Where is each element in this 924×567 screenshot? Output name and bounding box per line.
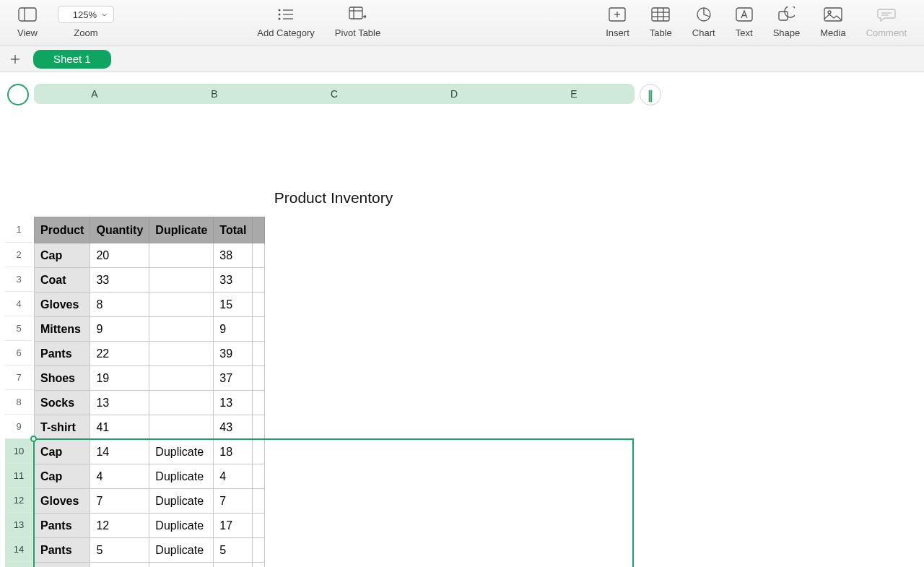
add-sheet-button[interactable]: [7, 51, 23, 67]
cell-quantity[interactable]: 19: [90, 366, 149, 391]
table-row[interactable]: Shoes18Duplicate18: [35, 563, 265, 568]
table-row[interactable]: Pants2239: [35, 342, 265, 366]
row-number[interactable]: 10: [5, 439, 32, 464]
cell-duplicate[interactable]: Duplicate: [149, 440, 214, 464]
table-row[interactable]: Cap4Duplicate4: [35, 464, 265, 489]
row-head-cell[interactable]: T-shirt: [35, 415, 90, 440]
cell-blank[interactable]: [253, 489, 265, 514]
row-head-cell[interactable]: Cap: [35, 464, 90, 489]
cell-blank[interactable]: [253, 391, 265, 415]
row-number[interactable]: 5: [5, 316, 32, 341]
header-cell[interactable]: [253, 217, 265, 243]
chart-button[interactable]: Chart: [682, 0, 725, 46]
add-column-handle[interactable]: ‖: [640, 84, 661, 105]
row-number[interactable]: 3: [5, 267, 32, 292]
cell-blank[interactable]: [253, 243, 265, 268]
row-head-cell[interactable]: Pants: [35, 342, 90, 366]
column-header-A[interactable]: A: [35, 85, 154, 103]
table-row[interactable]: Cap14Duplicate18: [35, 440, 265, 464]
cell-blank[interactable]: [253, 514, 265, 538]
row-number[interactable]: 9: [5, 415, 32, 439]
cell-quantity[interactable]: 13: [90, 391, 149, 415]
cell-quantity[interactable]: 33: [90, 268, 149, 293]
cell-quantity[interactable]: 22: [90, 342, 149, 366]
row-head-cell[interactable]: Cap: [35, 243, 90, 268]
cell-total[interactable]: 9: [214, 317, 253, 342]
header-cell[interactable]: Duplicate: [149, 217, 214, 243]
row-number[interactable]: 15: [5, 562, 32, 567]
header-cell[interactable]: Quantity: [90, 217, 149, 243]
cell-quantity[interactable]: 18: [90, 563, 149, 568]
cell-duplicate[interactable]: Duplicate: [149, 489, 214, 514]
insert-button[interactable]: Insert: [596, 0, 640, 46]
row-number[interactable]: 4: [5, 292, 32, 316]
cell-duplicate[interactable]: Duplicate: [149, 514, 214, 538]
cell-total[interactable]: 4: [214, 464, 253, 489]
row-head-cell[interactable]: Shoes: [35, 366, 90, 391]
shape-button[interactable]: Shape: [763, 0, 811, 46]
cell-blank[interactable]: [253, 538, 265, 563]
cell-quantity[interactable]: 20: [90, 243, 149, 268]
table-row[interactable]: Socks1313: [35, 391, 265, 415]
cell-total[interactable]: 43: [214, 415, 253, 440]
table-row[interactable]: T-shirt4143: [35, 415, 265, 440]
row-number[interactable]: 14: [5, 537, 32, 562]
table-row[interactable]: Mittens99: [35, 317, 265, 342]
cell-blank[interactable]: [253, 268, 265, 293]
table-row[interactable]: Pants12Duplicate17: [35, 514, 265, 538]
table-row[interactable]: Cap2038: [35, 243, 265, 268]
cell-duplicate[interactable]: [149, 391, 214, 415]
cell-total[interactable]: 33: [214, 268, 253, 293]
comment-button[interactable]: Comment: [856, 0, 917, 46]
header-cell[interactable]: Total: [214, 217, 253, 243]
cell-duplicate[interactable]: [149, 415, 214, 440]
cell-blank[interactable]: [253, 464, 265, 489]
table-row[interactable]: Gloves7Duplicate7: [35, 489, 265, 514]
cell-total[interactable]: 5: [214, 538, 253, 563]
pivot-table-button[interactable]: Pivot Table: [325, 0, 391, 46]
cell-blank[interactable]: [253, 317, 265, 342]
cell-quantity[interactable]: 12: [90, 514, 149, 538]
cell-total[interactable]: 13: [214, 391, 253, 415]
cell-blank[interactable]: [253, 415, 265, 440]
row-number[interactable]: 7: [5, 365, 32, 390]
row-head-cell[interactable]: Coat: [35, 268, 90, 293]
cell-duplicate[interactable]: [149, 243, 214, 268]
cell-blank[interactable]: [253, 293, 265, 317]
table-button[interactable]: Table: [640, 0, 682, 46]
zoom-value-pill[interactable]: 125%: [58, 6, 114, 23]
cell-duplicate[interactable]: [149, 342, 214, 366]
row-number[interactable]: 6: [5, 341, 32, 365]
cell-blank[interactable]: [253, 366, 265, 391]
table-row[interactable]: Shoes1937: [35, 366, 265, 391]
cell-quantity[interactable]: 4: [90, 464, 149, 489]
row-number[interactable]: 11: [5, 464, 32, 488]
row-head-cell[interactable]: Shoes: [35, 563, 90, 568]
header-cell[interactable]: Product: [35, 217, 90, 243]
cell-total[interactable]: 18: [214, 563, 253, 568]
column-header-E[interactable]: E: [514, 85, 634, 103]
row-number[interactable]: 2: [5, 243, 32, 267]
cell-duplicate[interactable]: [149, 293, 214, 317]
row-head-cell[interactable]: Gloves: [35, 489, 90, 514]
cell-duplicate[interactable]: Duplicate: [149, 538, 214, 563]
column-header-B[interactable]: B: [154, 85, 274, 103]
cell-total[interactable]: 18: [214, 440, 253, 464]
cell-quantity[interactable]: 41: [90, 415, 149, 440]
table-row[interactable]: Pants5Duplicate5: [35, 538, 265, 563]
row-number[interactable]: 1: [5, 217, 32, 243]
cell-total[interactable]: 37: [214, 366, 253, 391]
text-button[interactable]: Text: [725, 0, 763, 46]
view-button[interactable]: View: [7, 0, 48, 46]
media-button[interactable]: Media: [810, 0, 855, 46]
cell-total[interactable]: 17: [214, 514, 253, 538]
cell-duplicate[interactable]: [149, 317, 214, 342]
row-number[interactable]: 13: [5, 513, 32, 537]
cell-quantity[interactable]: 8: [90, 293, 149, 317]
cell-quantity[interactable]: 14: [90, 440, 149, 464]
sheet-tab-active[interactable]: Sheet 1: [33, 50, 111, 69]
cell-total[interactable]: 38: [214, 243, 253, 268]
cell-quantity[interactable]: 5: [90, 538, 149, 563]
cell-blank[interactable]: [253, 563, 265, 568]
row-head-cell[interactable]: Gloves: [35, 293, 90, 317]
